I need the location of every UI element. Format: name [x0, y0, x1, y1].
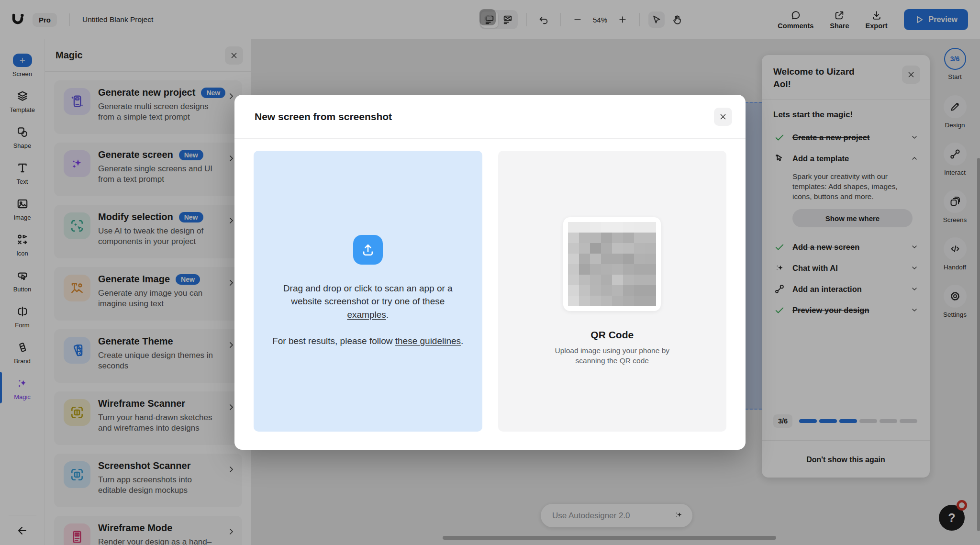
screenshot-dropzone[interactable]: Drag and drop or click to scan an app or…	[254, 151, 482, 432]
qr-code-placeholder	[568, 222, 656, 306]
close-icon	[719, 113, 727, 121]
modal-close-button[interactable]	[714, 108, 732, 126]
qr-upload-zone: QR Code Upload image using your phone by…	[498, 151, 727, 432]
qr-code-description: Upload image using your phone by scannin…	[547, 345, 677, 366]
qr-code-title: QR Code	[590, 329, 634, 341]
guidelines-link[interactable]: these guidelines	[395, 336, 461, 346]
dropzone-instructions: Drag and drop or click to scan an app or…	[269, 282, 466, 348]
new-screen-from-screenshot-modal: New screen from screenshot Drag and drop…	[234, 95, 746, 450]
qr-code-image	[563, 217, 661, 311]
modal-title: New screen from screenshot	[255, 111, 392, 122]
upload-icon	[353, 235, 383, 265]
